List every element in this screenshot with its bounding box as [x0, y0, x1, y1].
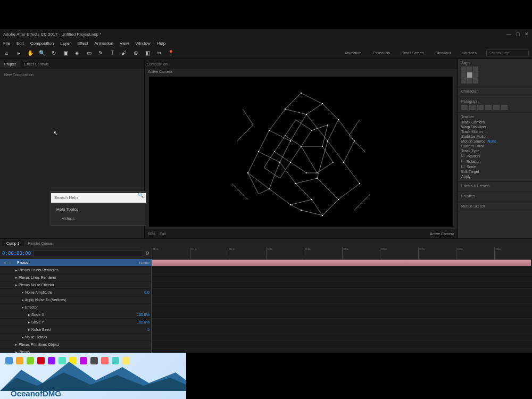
svg-point-11	[343, 162, 344, 163]
zoom-tool-icon[interactable]: 🔍	[38, 49, 46, 57]
svg-point-2	[306, 114, 307, 115]
toolbar: ⌂ ▸ ✋ 🔍 ↻ ▣ ◈ ▭ ✎ T 🖌 ⊕ ◧ ✂ 📍 Animation …	[0, 47, 532, 59]
camera-tool-icon[interactable]: ▣	[62, 49, 69, 57]
layer-search-input[interactable]	[33, 250, 143, 256]
watermark-text: OceanofDMG	[11, 389, 61, 398]
menu-layer[interactable]: Layer	[60, 41, 71, 46]
stabilize-motion-button[interactable]: Stabilize Motion	[461, 135, 487, 138]
timeline-comp-tab[interactable]: Comp 1	[2, 240, 24, 246]
rectangle-tool-icon[interactable]: ▭	[85, 49, 93, 57]
time-ruler[interactable]: 00s 01s 02s 03s 04s 05s 06s 07s 08s 09s	[152, 247, 532, 259]
render-queue-tab[interactable]: Render Queue	[24, 240, 57, 246]
maximize-button[interactable]: ▢	[516, 31, 520, 37]
plexus-render	[189, 77, 413, 227]
viewer-canvas[interactable]	[149, 77, 453, 227]
motion-source-value[interactable]: None	[487, 139, 496, 143]
svg-point-30	[317, 172, 318, 173]
layer-row[interactable]: ▸ Noise Amplitude0.0	[0, 289, 152, 296]
home-icon[interactable]: ⌂	[3, 49, 11, 57]
minimize-button[interactable]: —	[506, 31, 511, 37]
zoom-dropdown[interactable]: 50%	[148, 232, 155, 236]
layer-row[interactable]: ▸ Effector	[0, 304, 152, 311]
menu-composition[interactable]: Composition	[30, 41, 54, 46]
layer-row[interactable]: ▸ Plexus	[0, 348, 152, 353]
svg-point-25	[327, 124, 328, 126]
paragraph-align-icons[interactable]	[461, 105, 529, 110]
layer-row[interactable]: ▸ Noise Details	[0, 334, 152, 341]
help-search-input[interactable]: Search Help	[486, 49, 529, 57]
svg-point-19	[311, 199, 312, 200]
menu-window[interactable]: Window	[135, 41, 150, 46]
workspace-essentials[interactable]: Essentials	[368, 50, 395, 56]
svg-point-5	[290, 140, 291, 142]
project-header: New Composition	[4, 73, 140, 77]
effects-presets-title: Effects & Presets	[461, 184, 529, 188]
resolution-dropdown[interactable]: Full	[160, 232, 165, 236]
menu-file[interactable]: File	[3, 41, 10, 46]
rotation-tool-icon[interactable]: ↻	[50, 49, 57, 57]
anchor-grid[interactable]	[461, 66, 529, 84]
workspace-libraries[interactable]: Libraries	[457, 50, 482, 56]
svg-point-6	[338, 119, 339, 120]
close-button[interactable]: ✕	[525, 31, 529, 37]
rotation-checkbox-label[interactable]: Rotation	[467, 160, 480, 163]
timeline-panel: Comp 1 Render Queue 0;00;00;00 ⚙ 00s 01s…	[0, 238, 532, 353]
layer-row[interactable]: ▸ Noise Seed5	[0, 326, 152, 334]
workspace-small-screen[interactable]: Small Screen	[396, 50, 429, 56]
position-checkbox-label[interactable]: Position	[467, 154, 480, 158]
tracker-panel-title: Tracker	[461, 115, 529, 119]
tab-project[interactable]: Project	[0, 61, 20, 68]
layer-row[interactable]: ▸ Plexus Noise Effector	[0, 281, 152, 289]
popup-search-input[interactable]	[51, 193, 146, 203]
pen-tool-icon[interactable]: ✎	[97, 49, 104, 57]
scale-checkbox-label[interactable]: Scale	[467, 165, 476, 169]
menu-help[interactable]: Help	[157, 41, 165, 46]
timecode-display[interactable]: 0;00;00;00	[2, 251, 31, 256]
apply-button[interactable]: Apply	[461, 174, 471, 178]
comp-viewer-tab[interactable]: Composition	[147, 62, 168, 66]
layer-row[interactable]: ▸ Scale Y100.0%	[0, 319, 152, 326]
layer-row[interactable]: ▸ Scale X100.0%	[0, 311, 152, 319]
search-result-help[interactable]: Help Topics	[51, 205, 146, 214]
paragraph-panel-title: Paragraph	[461, 99, 529, 103]
svg-point-16	[359, 183, 360, 184]
layer-bar[interactable]	[152, 260, 531, 266]
warp-stabilizer-button[interactable]: Warp Stabilizer	[461, 125, 486, 129]
svg-point-17	[338, 199, 339, 200]
clone-tool-icon[interactable]: ⊕	[132, 49, 139, 57]
text-tool-icon[interactable]: T	[109, 49, 116, 57]
track-motion-button[interactable]: Track Motion	[461, 130, 483, 134]
camera-dropdown[interactable]: Active Camera	[430, 232, 454, 236]
workspace-standard[interactable]: Standard	[430, 50, 456, 56]
selection-tool-icon[interactable]: ▸	[15, 49, 22, 57]
right-panel: Align Character Paragraph Tracker Track …	[458, 59, 532, 238]
timeline-body: ●1PlexusNormal▸ Plexus Points Renderer▸ …	[0, 259, 532, 353]
edit-target-button[interactable]: Edit Target	[461, 170, 479, 173]
workspace-animation[interactable]: Animation	[339, 50, 367, 56]
brush-tool-icon[interactable]: 🖌	[120, 49, 128, 57]
eraser-tool-icon[interactable]: ◧	[144, 49, 151, 57]
window-title: Adobe After Effects CC 2017 - Untitled P…	[3, 32, 101, 37]
hand-tool-icon[interactable]: ✋	[27, 49, 34, 57]
pan-behind-tool-icon[interactable]: ◈	[73, 49, 81, 57]
track-area[interactable]	[152, 259, 532, 353]
menu-view[interactable]: View	[120, 41, 129, 46]
tab-effect-controls[interactable]: Effect Controls	[20, 61, 53, 68]
menu-animation[interactable]: Animation	[94, 41, 113, 46]
puppet-tool-icon[interactable]: 📍	[167, 49, 174, 57]
menu-edit[interactable]: Edit	[16, 41, 24, 46]
roto-tool-icon[interactable]: ✂	[155, 49, 163, 57]
svg-point-4	[269, 130, 270, 131]
viewer-controls: 50% Full Active Camera	[145, 229, 458, 238]
layer-row[interactable]: ▸ Plexus Points Renderer	[0, 267, 152, 274]
search-result-videos[interactable]: Videos	[51, 214, 146, 223]
menu-effect[interactable]: Effect	[77, 41, 88, 46]
playhead[interactable]	[152, 259, 152, 353]
layer-row[interactable]: ●1PlexusNormal	[0, 259, 152, 267]
layer-row[interactable]: ▸ Plexus Lines Renderer	[0, 274, 152, 281]
layer-row[interactable]: ▸ Apply Noise To (Vertices)	[0, 296, 152, 304]
layer-row[interactable]: ▸ Plexus Primitives Object	[0, 341, 152, 348]
track-camera-button[interactable]: Track Camera	[461, 120, 485, 124]
timeline-toggle-icon[interactable]: ⚙	[145, 251, 149, 256]
character-panel-title: Character	[461, 89, 529, 93]
